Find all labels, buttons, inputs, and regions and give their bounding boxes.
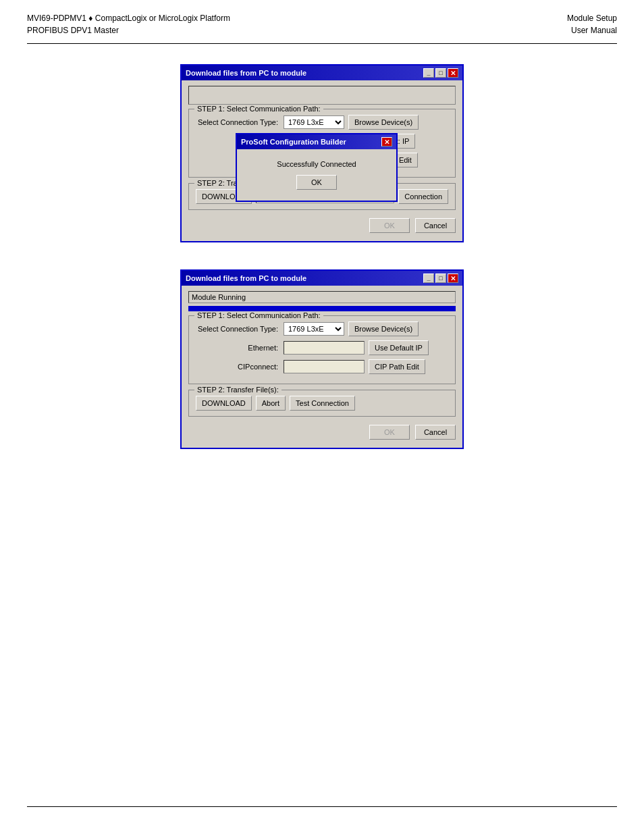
dialog1-title-buttons: _ □ ✕ (423, 68, 458, 78)
dialog1-close-btn[interactable]: ✕ (448, 68, 458, 78)
dialog1-titlebar: Download files from PC to module _ □ ✕ (182, 66, 462, 80)
dialog2-body: Module Running STEP 1: Select Communicat… (182, 286, 462, 448)
prosoft-popup: ProSoft Configuration Builder ✕ Successf… (236, 133, 398, 202)
dialog1-connection-type-label: Select Connection Type: (196, 118, 284, 126)
dialog1-step1-legend: STEP 1: Select Communication Path: (194, 105, 323, 113)
page-footer-divider (27, 806, 617, 807)
dialog2-minimize-btn[interactable]: _ (423, 273, 434, 283)
prosoft-ok-btn[interactable]: OK (296, 175, 337, 190)
dialog1-browse-btn[interactable]: Browse Device(s) (348, 115, 419, 130)
dialog2-step1-group: STEP 1: Select Communication Path: Selec… (188, 315, 456, 384)
dialog2-ok-btn[interactable]: OK (369, 425, 410, 440)
dialog2-cipconnect-input[interactable] (284, 360, 365, 373)
dialog1-connection-select-wrapper: 1769 L3xE Browse Device(s) (284, 115, 448, 130)
dialog2-footer: OK Cancel (188, 422, 456, 441)
prosoft-title: ProSoft Configuration Builder (241, 138, 346, 146)
dialog2-test-connection-btn[interactable]: Test Connection (290, 396, 355, 411)
dialog1-minimize-btn[interactable]: _ (423, 68, 434, 78)
dialog2-download-btn[interactable]: DOWNLOAD (196, 396, 252, 411)
dialog2-abort-btn[interactable]: Abort (256, 396, 286, 411)
dialog2-status-text: Module Running (192, 293, 246, 301)
prosoft-message: Successfully Connected (248, 160, 385, 168)
header-title-line2: PROFIBUS DPV1 Master (27, 24, 230, 36)
dialog2-close-btn[interactable]: ✕ (448, 273, 458, 283)
dialog1-connection-btn[interactable]: Connection (398, 189, 448, 204)
dialog2-wrapper: Download files from PC to module _ □ ✕ M… (27, 269, 617, 449)
header-right: Module Setup User Manual (567, 12, 617, 36)
dialog2-step2-group: STEP 2: Transfer File(s): DOWNLOAD Abort… (188, 390, 456, 417)
dialog2-ethernet-label: Ethernet: (196, 344, 284, 352)
dialog1-title: Download files from PC to module (186, 69, 306, 77)
page-header: MVI69-PDPMV1 ♦ CompactLogix or MicroLogi… (0, 0, 644, 43)
dialog2-ethernet-input[interactable] (284, 341, 365, 355)
prosoft-close-btn[interactable]: ✕ (381, 137, 392, 147)
dialog1: Download files from PC to module _ □ ✕ S… (180, 64, 464, 242)
dialog2: Download files from PC to module _ □ ✕ M… (180, 269, 464, 449)
page-content: Download files from PC to module _ □ ✕ S… (0, 44, 644, 469)
dialog2-step1-legend: STEP 1: Select Communication Path: (194, 311, 323, 319)
header-title-line1: MVI69-PDPMV1 ♦ CompactLogix or MicroLogi… (27, 12, 230, 24)
dialog2-cipconnect-label: CIPconnect: (196, 363, 284, 371)
dialog2-cip-path-btn[interactable]: CIP Path Edit (369, 359, 425, 374)
dialog2-cipconnect-row: CIPconnect: CIP Path Edit (196, 359, 448, 374)
dialog2-title: Download files from PC to module (186, 274, 306, 282)
dialog1-connection-type-select[interactable]: 1769 L3xE (284, 115, 344, 129)
dialog1-wrapper: Download files from PC to module _ □ ✕ S… (27, 64, 617, 242)
dialog2-connection-type-row: Select Connection Type: 1769 L3xE Browse… (196, 321, 448, 336)
dialog1-maximize-btn[interactable]: □ (435, 68, 446, 78)
dialog1-ok-btn[interactable]: OK (369, 218, 410, 233)
dialog2-default-ip-btn[interactable]: Use Default IP (369, 340, 429, 355)
header-module-setup: Module Setup (567, 12, 617, 24)
dialog2-titlebar: Download files from PC to module _ □ ✕ (182, 271, 462, 286)
prosoft-titlebar: ProSoft Configuration Builder ✕ (237, 134, 396, 149)
dialog2-cancel-btn[interactable]: Cancel (415, 425, 456, 440)
dialog2-maximize-btn[interactable]: □ (435, 273, 446, 283)
dialog2-connection-type-select[interactable]: 1769 L3xE (284, 322, 344, 336)
dialog2-ethernet-row: Ethernet: Use Default IP (196, 340, 448, 355)
dialog2-connection-type-label: Select Connection Type: (196, 325, 284, 333)
dialog1-connection-type-row: Select Connection Type: 1769 L3xE Browse… (196, 115, 448, 130)
dialog2-step2-legend: STEP 2: Transfer File(s): (194, 386, 281, 394)
header-user-manual: User Manual (567, 24, 617, 36)
prosoft-body: Successfully Connected OK (237, 149, 396, 201)
dialog1-top-bar (188, 86, 456, 105)
dialog2-title-buttons: _ □ ✕ (423, 273, 458, 283)
dialog1-cancel-btn[interactable]: Cancel (415, 218, 456, 233)
dialog2-status-bar: Module Running (188, 291, 456, 303)
dialog2-step2-buttons: DOWNLOAD Abort Test Connection (196, 396, 448, 411)
dialog2-browse-btn[interactable]: Browse Device(s) (348, 321, 419, 336)
header-left: MVI69-PDPMV1 ♦ CompactLogix or MicroLogi… (27, 12, 230, 36)
dialog2-connection-select-wrapper: 1769 L3xE Browse Device(s) (284, 321, 448, 336)
dialog2-progress-bar (188, 306, 456, 311)
dialog1-footer: OK Cancel (188, 215, 456, 234)
